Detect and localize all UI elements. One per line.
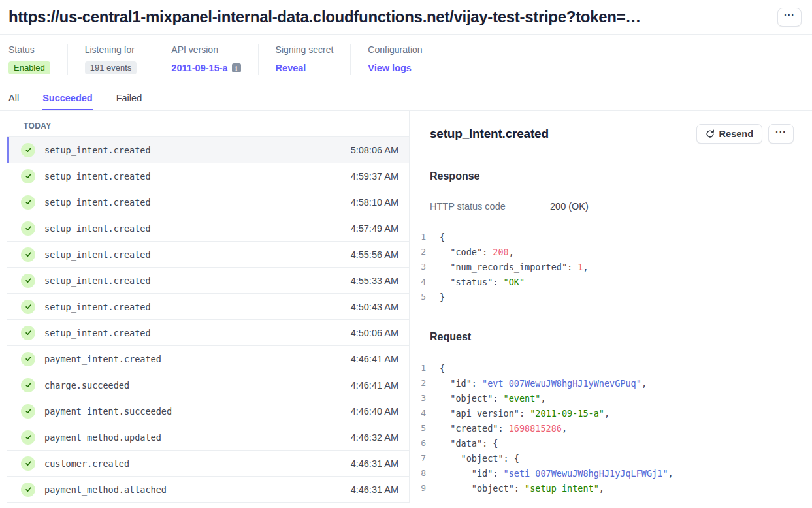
check-circle-icon [21,404,35,419]
line-number: 5 [418,292,426,302]
check-circle-icon [21,352,35,366]
event-name: setup_intent.created [44,302,151,312]
event-row[interactable]: payment_method.attached4:46:31 AM [7,477,409,503]
line-number: 2 [418,378,426,388]
page-header: https://us-central1-mixpanel-internal-da… [0,0,812,35]
event-name: charge.succeeded [44,380,129,390]
code-line: 5} [418,289,794,304]
event-row[interactable]: payment_intent.succeeded4:46:40 AM [7,398,409,424]
event-name: setup_intent.created [44,171,151,182]
status-badge: 191 events [85,61,137,74]
code-line: 8 "id": "seti_007WewuJW8hgHJ1yJqLFWGj1", [418,466,794,481]
detail-actions: Resend ··· [696,124,794,144]
event-name: setup_intent.created [44,197,151,208]
line-number: 1 [418,232,426,242]
check-circle-icon [21,326,35,340]
event-time: 4:50:06 AM [351,328,398,338]
tab-succeeded[interactable]: Succeeded [42,93,93,110]
endpoint-url-title: https://us-central1-mixpanel-internal-da… [8,8,641,26]
event-row[interactable]: payment_intent.created4:46:41 AM [7,346,409,372]
check-circle-icon [21,456,35,471]
refresh-icon [706,129,715,138]
event-time: 4:46:32 AM [351,432,398,443]
event-filter-tabs: AllSucceededFailed [0,93,812,111]
event-name: payment_method.updated [44,432,161,443]
event-row[interactable]: setup_intent.created4:55:33 AM [7,268,409,294]
code-line: 3 "object": "event", [418,390,794,405]
status-item-label: Configuration [368,44,422,55]
reveal-link[interactable]: Reveal [276,63,306,73]
code-line: 9 "object": "setup_intent", [418,481,794,496]
status-item-status: StatusEnabled [8,44,68,75]
code-line: 4 "api_version": "2011-09-15-a", [418,405,794,421]
event-row[interactable]: charge.succeeded4:46:41 AM [7,372,409,398]
event-rows: setup_intent.created5:08:06 AMsetup_inte… [7,137,409,503]
event-name: customer.created [44,458,129,469]
event-row[interactable]: customer.created4:46:31 AM [7,451,409,477]
line-number: 8 [418,468,426,478]
event-row[interactable]: payment_method.updated4:46:32 AM [7,424,409,451]
event-time: 4:57:49 AM [351,223,398,234]
event-time: 4:46:31 AM [351,458,398,469]
status-item-label: Status [8,44,50,55]
event-list: TODAY setup_intent.created5:08:06 AMsetu… [0,111,410,503]
line-number: 4 [418,408,426,418]
event-row[interactable]: setup_intent.created4:58:10 AM [7,189,409,215]
code-line: 5 "created": 1698815286, [418,421,794,436]
event-row[interactable]: setup_intent.created4:57:49 AM [7,215,409,242]
status-item-label: Listening for [85,44,137,55]
status-item-signing-secret: Signing secretReveal [276,44,351,75]
event-row[interactable]: setup_intent.created4:59:37 AM [7,163,409,189]
ellipsis-icon: ··· [784,10,795,20]
check-circle-icon [21,378,35,392]
status-item-listening-for: Listening for191 events [85,44,155,75]
detail-overflow-button[interactable]: ··· [768,124,794,144]
check-circle-icon [21,274,35,288]
resend-button-label: Resend [719,129,753,139]
header-overflow-button[interactable]: ··· [777,8,802,27]
view-logs-link[interactable]: View logs [368,63,412,73]
event-row[interactable]: setup_intent.created4:55:56 AM [7,242,409,268]
event-name: payment_intent.succeeded [44,406,172,417]
tab-failed[interactable]: Failed [116,93,142,110]
check-circle-icon [21,143,35,157]
2011-09-15-a-link[interactable]: 2011-09-15-a [171,63,227,73]
check-circle-icon [21,195,35,210]
request-code-block: 1{2 "id": "evt_007WewuJW8hgHJ1yWnevGPuq"… [418,360,794,496]
event-row[interactable]: setup_intent.created4:50:06 AM [7,320,409,346]
event-name: payment_intent.created [44,354,161,364]
event-time: 4:46:31 AM [351,484,398,495]
code-line: 6 "data": { [418,436,794,451]
event-row[interactable]: setup_intent.created5:08:06 AM [7,137,409,163]
event-time: 4:55:56 AM [351,249,398,260]
event-detail-title: setup_intent.created [430,127,549,141]
event-detail-panel: setup_intent.created Resend ··· Response [410,111,812,503]
response-section-heading: Response [430,170,794,182]
line-number: 9 [418,483,426,493]
info-icon: i [232,63,241,72]
code-line: 1{ [418,229,794,244]
event-name: setup_intent.created [44,276,151,286]
event-time: 4:46:40 AM [351,406,398,417]
event-time: 4:46:41 AM [351,380,398,390]
event-time: 4:59:37 AM [351,171,398,182]
code-line: 1{ [418,360,794,375]
code-line: 7 "object": { [418,451,794,466]
event-row[interactable]: setup_intent.created4:50:43 AM [7,294,409,320]
event-name: setup_intent.created [44,145,151,155]
request-section-heading: Request [430,331,794,343]
line-number: 2 [418,247,426,257]
http-status-row: HTTP status code 200 (OK) [430,201,794,212]
status-bar: StatusEnabledListening for191 eventsAPI … [0,35,812,75]
check-circle-icon [21,300,35,314]
line-number: 4 [418,277,426,287]
line-number: 7 [418,453,426,463]
resend-button[interactable]: Resend [696,124,762,144]
event-time: 5:08:06 AM [351,145,398,155]
http-status-label: HTTP status code [430,201,550,212]
http-status-value: 200 (OK) [550,201,589,212]
tab-all[interactable]: All [8,93,19,110]
line-number: 5 [418,423,426,433]
response-code-block: 1{2 "code": 200,3 "num_records_imported"… [418,229,794,304]
line-number: 1 [418,363,426,373]
